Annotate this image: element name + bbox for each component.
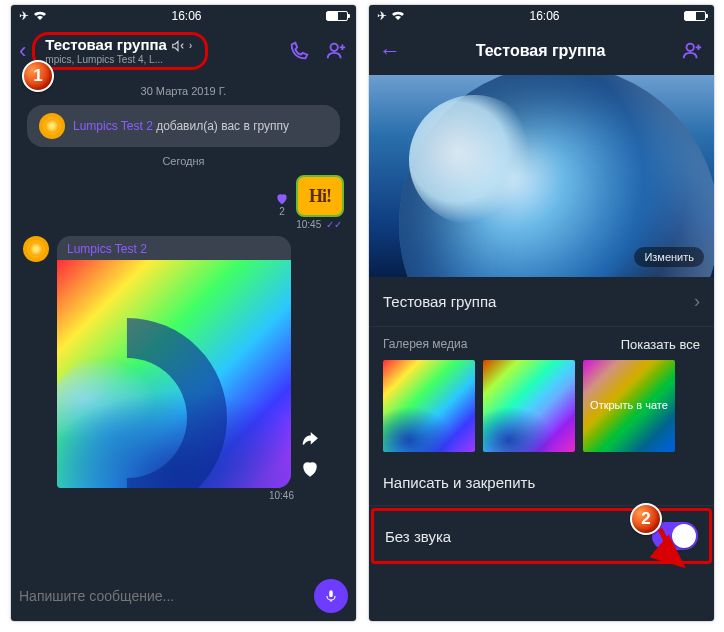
date-separator: Сегодня <box>23 155 344 167</box>
chat-subtitle: mpics, Lumpics Test 4, L... <box>45 54 192 65</box>
battery-icon <box>326 11 348 21</box>
wifi-icon <box>33 10 47 22</box>
airplane-icon: ✈ <box>377 9 387 23</box>
system-message: Lumpics Test 2 добавил(а) вас в группу <box>27 105 340 147</box>
date-separator: 30 Марта 2019 Г. <box>23 85 344 97</box>
sender-name[interactable]: Lumpics Test 2 <box>57 236 291 260</box>
media-thumb-open[interactable]: Открыть в чате <box>583 360 675 452</box>
airplane-icon: ✈ <box>19 9 29 23</box>
callout-badge-2: 2 <box>630 503 662 535</box>
chat-screen: ✈ 16:06 ‹ Тестовая группа › mpics, Lumpi… <box>11 5 356 621</box>
add-person-button[interactable] <box>680 40 704 62</box>
wifi-icon <box>391 10 405 22</box>
timestamp: 10:46 <box>23 490 344 501</box>
pin-message-row[interactable]: Написать и закрепить <box>369 460 714 506</box>
forward-button[interactable] <box>299 430 321 448</box>
chat-body[interactable]: 30 Марта 2019 Г. Lumpics Test 2 добавил(… <box>11 75 356 571</box>
avatar <box>39 113 65 139</box>
back-button[interactable]: ‹ <box>19 38 26 64</box>
media-gallery-header: Галерея медиа Показать все <box>369 327 714 356</box>
status-bar: ✈ 16:06 <box>369 5 714 27</box>
timestamp: 10:45 <box>296 219 321 230</box>
group-cover[interactable]: Изменить <box>369 75 714 277</box>
sticker[interactable]: Hi! <box>296 175 344 217</box>
media-thumb[interactable] <box>383 360 475 452</box>
mic-button[interactable] <box>314 579 348 613</box>
chevron-right-icon: › <box>189 39 193 51</box>
media-thumbnails: Открыть в чате <box>369 356 714 460</box>
message: Lumpics Test 2 <box>23 236 344 488</box>
show-all-link[interactable]: Показать все <box>621 337 700 352</box>
reaction[interactable]: 2 <box>274 192 290 217</box>
like-button[interactable] <box>300 460 320 478</box>
call-button[interactable] <box>288 40 310 62</box>
attachment-bar: GIF ••• <box>11 621 356 622</box>
avatar[interactable] <box>23 236 49 262</box>
edit-cover-button[interactable]: Изменить <box>634 247 704 267</box>
member-name: Lumpics Test 2 <box>73 119 153 133</box>
status-time: 16:06 <box>171 9 201 23</box>
hidden-row <box>369 564 714 588</box>
add-person-button[interactable] <box>324 40 348 62</box>
message-input[interactable] <box>19 588 306 604</box>
callout-badge-1: 1 <box>22 60 54 92</box>
svg-point-5 <box>687 44 694 51</box>
svg-rect-1 <box>329 590 333 597</box>
muted-icon <box>171 39 185 53</box>
battery-icon <box>684 11 706 21</box>
status-bar: ✈ 16:06 <box>11 5 356 27</box>
info-header: ← Тестовая группа <box>369 27 714 75</box>
compose-bar <box>11 571 356 621</box>
group-info-screen: ✈ 16:06 ← Тестовая группа Изменить Тесто… <box>369 5 714 621</box>
back-button[interactable]: ← <box>379 38 401 64</box>
svg-point-0 <box>331 44 338 51</box>
page-title: Тестовая группа <box>401 42 680 60</box>
chat-header: ‹ Тестовая группа › mpics, Lumpics Test … <box>11 27 356 75</box>
group-name-row[interactable]: Тестовая группа › <box>369 277 714 327</box>
chevron-right-icon: › <box>694 291 700 312</box>
chat-title: Тестовая группа <box>45 37 167 54</box>
chat-title-button[interactable]: Тестовая группа › mpics, Lumpics Test 4,… <box>32 32 207 70</box>
status-time: 16:06 <box>529 9 559 23</box>
read-ticks-icon: ✓✓ <box>323 219 342 230</box>
media-thumb[interactable] <box>483 360 575 452</box>
message-image[interactable] <box>57 260 291 488</box>
